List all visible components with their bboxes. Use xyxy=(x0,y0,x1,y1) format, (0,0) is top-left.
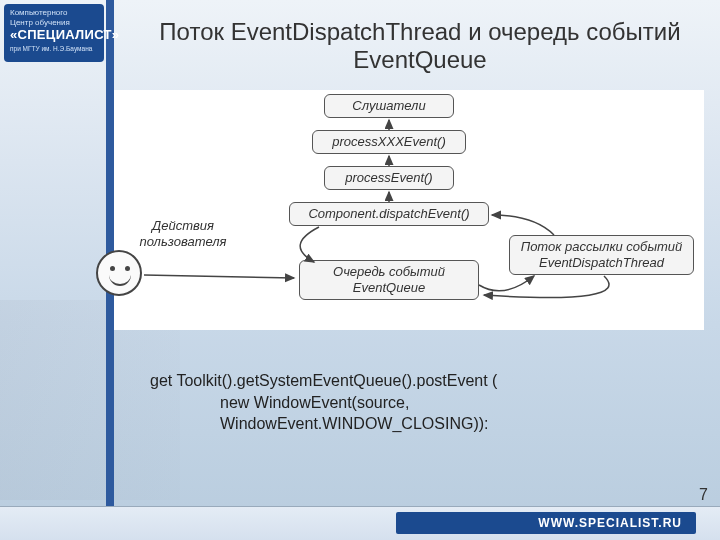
footer-url: WWW.SPECIALIST.RU xyxy=(396,512,696,534)
logo-brand: «СПЕЦИАЛИСТ» xyxy=(10,27,98,43)
box-dispatch-thread: Поток рассылки событий EventDispatchThre… xyxy=(509,235,694,275)
footer: WWW.SPECIALIST.RU xyxy=(0,506,720,540)
logo-line2: Центр обучения xyxy=(10,18,98,28)
logo-line1: Компьютерного xyxy=(10,8,98,18)
page-number: 7 xyxy=(699,486,708,504)
slide-title: Поток EventDispatchThread и очередь собы… xyxy=(140,18,700,74)
logo-sub: при МГТУ им. Н.Э.Баумана xyxy=(10,45,98,53)
diagram: Действия пользователя Слушатели processX… xyxy=(114,90,704,330)
box-dispatch: Component.dispatchEvent() xyxy=(289,202,489,226)
box-listeners: Слушатели xyxy=(324,94,454,118)
svg-line-3 xyxy=(144,275,294,278)
code-snippet: get Toolkit().getSystemEventQueue().post… xyxy=(150,370,497,435)
code-line-2: new WindowEvent(source, xyxy=(150,392,497,414)
code-line-1: get Toolkit().getSystemEventQueue().post… xyxy=(150,372,497,389)
box-processEvent: processEvent() xyxy=(324,166,454,190)
smiley-icon xyxy=(96,250,142,296)
code-line-3: WindowEvent.WINDOW_CLOSING)): xyxy=(150,413,497,435)
logo: Компьютерного Центр обучения «СПЕЦИАЛИСТ… xyxy=(4,4,104,62)
user-actions-label: Действия пользователя xyxy=(128,218,238,249)
box-event-queue: Очередь событий EventQueue xyxy=(299,260,479,300)
box-processXXX: processXXXEvent() xyxy=(312,130,466,154)
